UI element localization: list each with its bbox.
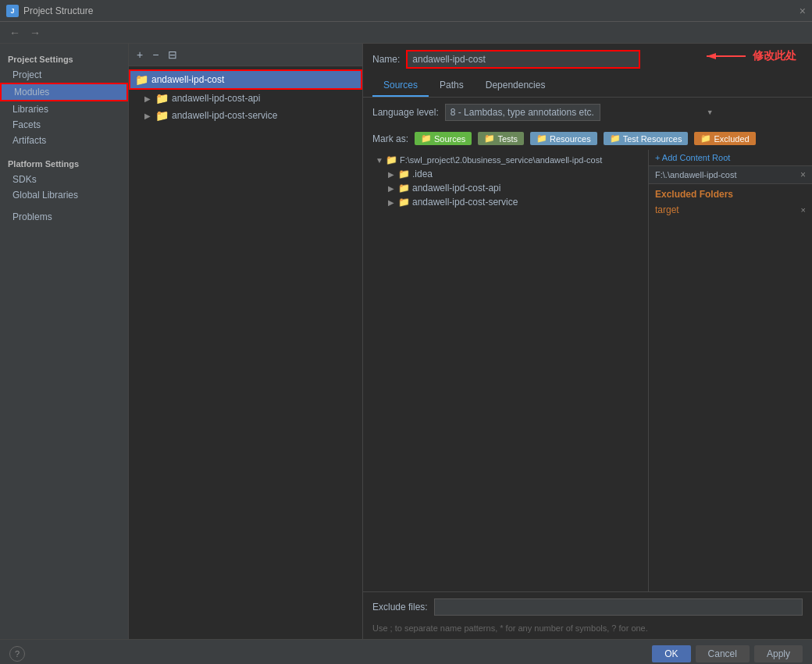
- bottom-right: OK Cancel Apply: [652, 645, 803, 662]
- excluded-icon: 📁: [700, 133, 711, 144]
- app-icon: J: [6, 5, 19, 17]
- resources-label: Resources: [550, 134, 591, 144]
- tree-arrow: ▶: [388, 184, 396, 193]
- mark-sources-button[interactable]: 📁 Sources: [415, 132, 472, 145]
- file-tree-root[interactable]: ▼ 📁 F:\swl_project\2.0business_service\a…: [363, 153, 648, 167]
- tests-label: Tests: [497, 134, 518, 144]
- excluded-item-close-button[interactable]: ×: [801, 205, 806, 215]
- exclude-files-row: Exclude files:: [363, 591, 812, 622]
- excluded-section: Excluded Folders target ×: [649, 184, 812, 222]
- mark-resources-button[interactable]: 📁 Resources: [530, 132, 597, 145]
- lang-label: Language level:: [372, 107, 439, 118]
- add-content-root-button[interactable]: + Add Content Root: [655, 153, 730, 162]
- platform-settings-title: Platform Settings: [0, 154, 128, 172]
- file-tree: ▼ 📁 F:\swl_project\2.0business_service\a…: [363, 150, 648, 591]
- project-settings-title: Project Settings: [0, 50, 128, 67]
- excluded-item-label: target: [655, 204, 679, 215]
- lang-row: Language level: 8 - Lambdas, type annota…: [363, 98, 812, 127]
- tree-arrow: ▶: [388, 198, 396, 207]
- resources-icon: 📁: [536, 133, 547, 144]
- exclude-files-input[interactable]: [434, 598, 803, 616]
- help-button[interactable]: ?: [9, 646, 25, 662]
- folder-icon: 📁: [155, 109, 169, 122]
- exclude-files-label: Exclude files:: [372, 602, 428, 613]
- folder-icon: 📁: [155, 92, 169, 105]
- tree-arrow: ▶: [144, 112, 152, 120]
- tree-arrow: ▶: [388, 170, 396, 179]
- sidebar-item-artifacts[interactable]: Artifacts: [0, 133, 128, 148]
- sidebar-item-libraries[interactable]: Libraries: [0, 101, 128, 117]
- folder-icon: 📁: [398, 169, 410, 179]
- tree-arrow: ▼: [376, 156, 383, 165]
- title-bar: J Project Structure ×: [0, 0, 812, 22]
- title-bar-left: J Project Structure: [6, 5, 93, 17]
- annotation-area: 修改此处: [703, 48, 796, 64]
- mark-test-resources-button[interactable]: 📁 Test Resources: [604, 132, 689, 145]
- module-item-service[interactable]: ▶ 📁 andawell-ipd-cost-service: [129, 107, 362, 124]
- sidebar-item-facets[interactable]: Facets: [0, 117, 128, 133]
- module-label: andawell-ipd-cost: [151, 74, 224, 85]
- tab-dependencies[interactable]: Dependencies: [475, 75, 557, 97]
- ok-button[interactable]: OK: [652, 645, 690, 662]
- module-list: + − ⊟ 📁 andawell-ipd-cost ▶ 📁 andawell-i…: [129, 44, 363, 639]
- apply-button[interactable]: Apply: [754, 645, 803, 662]
- excluded-label: Excluded: [714, 134, 749, 144]
- add-module-button[interactable]: +: [134, 47, 146, 62]
- annotation-text: 修改此处: [753, 49, 796, 63]
- mark-as-label: Mark as:: [372, 133, 408, 144]
- file-tree-api[interactable]: ▶ 📁 andawell-ipd-cost-api: [363, 181, 648, 195]
- content-area: Name: 修改此处 Sources Paths Dependencies: [363, 44, 812, 639]
- nav-bar: ← →: [0, 22, 812, 44]
- cancel-button[interactable]: Cancel: [696, 645, 750, 662]
- tree-arrow: ▶: [144, 94, 152, 103]
- file-tree-service[interactable]: ▶ 📁 andawell-ipd-cost-service: [363, 195, 648, 209]
- file-tree-api-label: andawell-ipd-cost-api: [412, 183, 500, 194]
- module-label: andawell-ipd-cost-api: [172, 93, 260, 104]
- excluded-folders-title: Excluded Folders: [655, 189, 806, 200]
- right-panel: + Add Content Root F:\.\andawell-ipd-cos…: [648, 150, 812, 591]
- sidebar-item-project[interactable]: Project: [0, 67, 128, 83]
- bottom-left: ?: [9, 646, 25, 662]
- sidebar: Project Settings Project Modules Librari…: [0, 44, 129, 639]
- forward-button[interactable]: →: [27, 25, 44, 41]
- file-tree-root-label: F:\swl_project\2.0business_service\andaw…: [400, 155, 602, 165]
- main-layout: Project Settings Project Modules Librari…: [0, 44, 812, 639]
- mark-tests-button[interactable]: 📁 Tests: [478, 132, 524, 145]
- edit-module-button[interactable]: ⊟: [165, 47, 180, 62]
- tab-sources[interactable]: Sources: [372, 75, 429, 97]
- name-input[interactable]: [406, 50, 640, 69]
- right-panel-header: F:\.\andawell-ipd-cost ×: [649, 166, 812, 184]
- language-level-select[interactable]: 8 - Lambdas, type annotations etc.: [445, 104, 600, 121]
- split-panel: ▼ 📁 F:\swl_project\2.0business_service\a…: [363, 150, 812, 591]
- sidebar-item-problems[interactable]: Problems: [0, 209, 128, 225]
- sidebar-item-modules[interactable]: Modules: [0, 83, 128, 101]
- right-panel-path: F:\.\andawell-ipd-cost: [655, 170, 737, 179]
- module-item-api[interactable]: ▶ 📁 andawell-ipd-cost-api: [129, 90, 362, 107]
- file-tree-idea-label: .idea: [412, 169, 433, 179]
- folder-icon: 📁: [386, 154, 397, 165]
- excluded-item-target: target ×: [655, 203, 806, 217]
- module-item-andawell-ipd-cost[interactable]: 📁 andawell-ipd-cost: [129, 69, 362, 90]
- lang-select-wrapper: 8 - Lambdas, type annotations etc.: [445, 104, 718, 121]
- test-resources-icon: 📁: [610, 133, 621, 144]
- test-resources-label: Test Resources: [623, 134, 682, 144]
- file-tree-service-label: andawell-ipd-cost-service: [412, 197, 518, 208]
- back-button[interactable]: ←: [6, 25, 23, 41]
- exclude-hint: Use ; to separate name patterns, * for a…: [363, 622, 812, 639]
- sidebar-item-sdks[interactable]: SDKs: [0, 172, 128, 187]
- mark-as-row: Mark as: 📁 Sources 📁 Tests 📁 Resources 📁…: [363, 127, 812, 150]
- mark-excluded-button[interactable]: 📁 Excluded: [694, 132, 755, 145]
- file-tree-idea[interactable]: ▶ 📁 .idea: [363, 167, 648, 181]
- name-label: Name:: [372, 54, 400, 65]
- remove-module-button[interactable]: −: [149, 47, 162, 62]
- title-bar-title: Project Structure: [23, 5, 93, 16]
- sources-label: Sources: [434, 134, 465, 144]
- module-tree: 📁 andawell-ipd-cost ▶ 📁 andawell-ipd-cos…: [129, 66, 362, 127]
- bottom-bar: ? OK Cancel Apply: [0, 639, 812, 664]
- tests-icon: 📁: [484, 133, 495, 144]
- sidebar-item-global-libraries[interactable]: Global Libraries: [0, 187, 128, 203]
- close-button[interactable]: ×: [800, 5, 806, 17]
- right-panel-close-button[interactable]: ×: [800, 169, 806, 180]
- tab-paths[interactable]: Paths: [429, 75, 475, 97]
- tabs-row: Sources Paths Dependencies: [363, 75, 812, 98]
